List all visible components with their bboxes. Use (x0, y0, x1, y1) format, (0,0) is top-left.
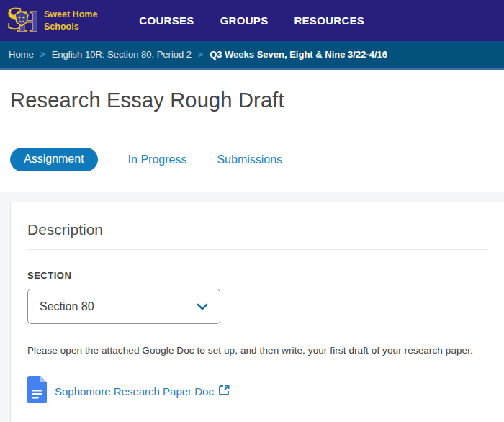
breadcrumb-separator-icon: > (198, 50, 203, 60)
nav-item-courses[interactable]: COURSES (139, 14, 194, 27)
breadcrumb-separator-icon: > (40, 50, 45, 60)
section-field-label: SECTION (27, 270, 487, 281)
tab-assignment[interactable]: Assignment (10, 148, 98, 171)
card-heading: Description (27, 221, 487, 238)
tab-submissions[interactable]: Submissions (217, 153, 282, 166)
card-divider (27, 249, 487, 250)
breadcrumb: Home > English 10R: Section 80, Period 2… (0, 41, 504, 70)
tab-in-progress[interactable]: In Progress (128, 153, 187, 166)
chevron-down-icon (197, 300, 208, 313)
school-name: Sweet Home Schools (44, 9, 97, 32)
breadcrumb-home[interactable]: Home (9, 49, 34, 60)
top-navigation-bar: S H Sweet Home Schools COURSES GROUPS RE… (0, 0, 504, 41)
nav-item-resources[interactable]: RESOURCES (294, 14, 364, 27)
sh-crest-icon: S H (6, 2, 37, 39)
breadcrumb-course[interactable]: English 10R: Section 80, Period 2 (52, 49, 192, 60)
description-card: Description SECTION Section 80 Please op… (10, 202, 504, 422)
google-doc-icon (27, 376, 47, 406)
page-title: Research Essay Rough Draft (10, 89, 504, 112)
attachment-link-label: Sophomore Research Paper Doc (55, 385, 214, 398)
school-logo[interactable]: S H Sweet Home Schools (6, 2, 97, 39)
section-select-value: Section 80 (40, 300, 94, 313)
assignment-tabs: Assignment In Progress Submissions (10, 148, 504, 171)
assignment-instructions: Please open the attached Google Doc to s… (27, 345, 487, 356)
attachment-row: Sophomore Research Paper Doc (27, 376, 487, 406)
breadcrumb-current-folder[interactable]: Q3 Weeks Seven, Eight & Nine 3/22-4/16 (210, 49, 387, 60)
external-link-icon (219, 385, 230, 398)
attachment-link[interactable]: Sophomore Research Paper Doc (55, 385, 230, 398)
section-select[interactable]: Section 80 (27, 289, 220, 324)
primary-nav: COURSES GROUPS RESOURCES (139, 14, 364, 27)
nav-item-groups[interactable]: GROUPS (220, 14, 269, 27)
content-panel: Description SECTION Section 80 Please op… (0, 192, 504, 422)
